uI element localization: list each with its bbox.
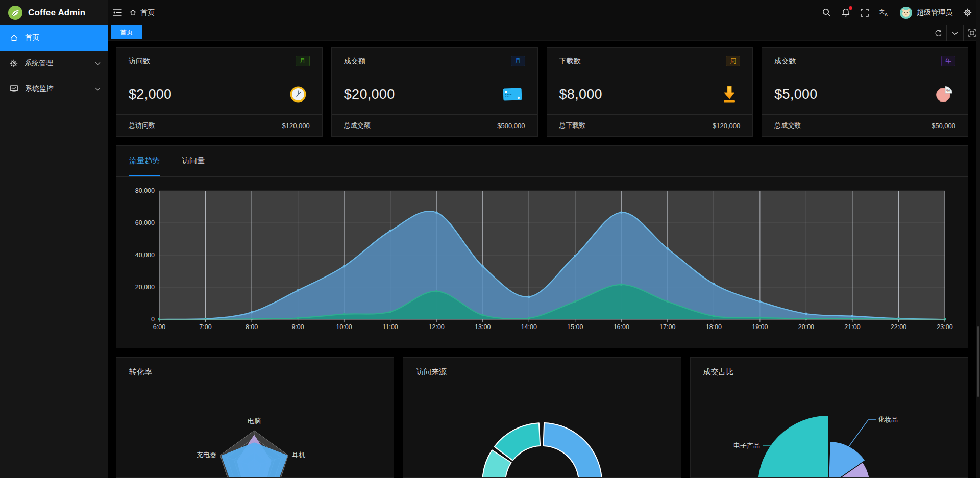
y-axis-labels: 020,00040,00060,00080,000: [135, 187, 155, 323]
svg-text:60,000: 60,000: [135, 219, 155, 227]
period-badge: 周: [726, 56, 740, 66]
deal-share-card: 成交占比 电子产品化妆品: [690, 357, 968, 478]
sidebar-item-label: 系统监控: [25, 84, 54, 93]
top-navbar: 首页 文 A: [108, 0, 980, 25]
user-name: 超级管理员: [917, 8, 952, 17]
scrollbar-thumb[interactable]: [977, 326, 979, 397]
svg-text:22:00: 22:00: [891, 323, 906, 331]
tags-view-bar: 首页: [108, 25, 980, 41]
radar-chart: 电脑耳机充电器: [116, 387, 394, 478]
stat-value: $8,000: [559, 87, 602, 103]
stat-card-visits: 访问数 月 $2,000 总访问数 $120,000: [116, 47, 323, 137]
svg-text:7:00: 7:00: [199, 323, 211, 331]
svg-text:23:00: 23:00: [937, 323, 952, 331]
menu-fold-icon[interactable]: [113, 9, 122, 16]
svg-text:18:00: 18:00: [706, 323, 722, 331]
avatar: [900, 7, 912, 19]
rose-pie-chart: 电子产品化妆品: [691, 387, 968, 478]
svg-text:10:00: 10:00: [336, 323, 352, 331]
settings-gear-icon[interactable]: [963, 8, 972, 17]
svg-text:17:00: 17:00: [659, 323, 675, 331]
home-icon: [129, 9, 137, 16]
svg-text:8:00: 8:00: [246, 323, 258, 331]
clock-icon: [289, 86, 307, 103]
notification-dot: [849, 6, 852, 10]
area-chart: 020,00040,00060,00080,0006:007:008:009:0…: [116, 146, 968, 348]
svg-text:80,000: 80,000: [135, 187, 155, 194]
donut-chart: [403, 387, 680, 478]
stat-footer-label: 总下载数: [559, 121, 586, 130]
card-title: 转化率: [116, 358, 394, 387]
period-badge: 月: [296, 56, 310, 66]
fullscreen-icon[interactable]: [861, 9, 869, 17]
monitor-icon: [10, 85, 18, 93]
svg-text:15:00: 15:00: [567, 323, 583, 331]
page-scrollbar[interactable]: [976, 0, 980, 478]
stat-footer-value: $50,000: [932, 122, 955, 130]
stat-card-deals: 成交数 年 $5,000 % 总成交数 $50,000: [762, 47, 968, 137]
stat-title: 访问数: [129, 57, 150, 66]
stat-card-downloads: 下载数 周 $8,000 总下载数 $120,000: [547, 47, 753, 137]
svg-text:12:00: 12:00: [429, 323, 445, 331]
stat-title: 成交数: [774, 57, 796, 66]
bottom-card-row: 转化率 电脑耳机充电器 访问来源 成交占比 电子产品化妆品: [116, 357, 968, 478]
svg-text:20:00: 20:00: [798, 323, 814, 331]
stat-value: $5,000: [774, 87, 817, 103]
svg-text:6:00: 6:00: [153, 323, 165, 331]
svg-text:13:00: 13:00: [475, 323, 491, 331]
svg-text:A: A: [885, 12, 888, 17]
svg-text:20,000: 20,000: [135, 284, 155, 291]
svg-text:电脑: 电脑: [248, 417, 261, 425]
stat-value: $2,000: [129, 87, 172, 103]
stat-footer-value: $120,000: [713, 122, 740, 130]
svg-text:19:00: 19:00: [752, 323, 768, 331]
stat-footer-label: 总成交数: [774, 121, 801, 130]
sidebar-item-system-admin[interactable]: 系统管理: [0, 51, 108, 76]
stat-card-turnover: 成交额 月 $20,000 总成交额 $500,000: [331, 47, 538, 137]
stat-footer-value: $500,000: [497, 122, 525, 130]
pie-chart-icon: %: [935, 86, 952, 103]
sidebar-item-home[interactable]: 首页: [0, 25, 108, 51]
visit-source-card: 访问来源: [403, 357, 681, 478]
stat-footer-label: 总访问数: [129, 121, 155, 130]
breadcrumb[interactable]: 首页: [129, 8, 155, 17]
main-content: 访问数 月 $2,000 总访问数 $120,000: [108, 41, 980, 478]
sidebar-item-label: 系统管理: [24, 59, 53, 68]
svg-text:充电器: 充电器: [197, 451, 216, 459]
translate-icon[interactable]: 文 A: [879, 8, 889, 17]
svg-text:21:00: 21:00: [844, 323, 860, 331]
bell-icon[interactable]: [842, 8, 850, 17]
svg-text:14:00: 14:00: [521, 323, 537, 331]
x-axis-ticks: [159, 319, 945, 322]
search-icon[interactable]: [822, 8, 831, 17]
donut-segments: [482, 423, 602, 478]
svg-text:16:00: 16:00: [614, 323, 629, 331]
sidebar-item-system-monitor[interactable]: 系统监控: [0, 76, 108, 102]
stat-card-row: 访问数 月 $2,000 总访问数 $120,000: [116, 47, 968, 137]
refresh-icon[interactable]: [929, 25, 946, 41]
stat-footer-label: 总成交额: [344, 121, 371, 130]
stat-title: 成交额: [344, 57, 365, 66]
chevron-down-icon[interactable]: [946, 25, 963, 41]
card-title: 成交占比: [691, 358, 968, 387]
x-axis-labels: 6:007:008:009:0010:0011:0012:0013:0014:0…: [153, 323, 953, 331]
conversion-rate-card: 转化率 电脑耳机充电器: [116, 357, 394, 478]
stat-footer-value: $120,000: [282, 122, 310, 130]
home-icon: [10, 34, 18, 42]
svg-text:0: 0: [151, 316, 155, 323]
svg-text:耳机: 耳机: [292, 451, 305, 459]
user-menu[interactable]: 超级管理员: [900, 7, 952, 19]
sidebar-item-label: 首页: [25, 33, 39, 42]
sidebar: Coffee Admin 首页 系统管理 系统监控: [0, 0, 108, 478]
svg-text:40,000: 40,000: [135, 251, 155, 259]
tab-home[interactable]: 首页: [111, 25, 142, 39]
gear-icon: [10, 59, 18, 67]
pie-slices: [757, 415, 870, 478]
stat-value: $20,000: [344, 87, 395, 103]
chevron-down-icon: [95, 87, 101, 91]
breadcrumb-label: 首页: [140, 8, 155, 17]
svg-text:文: 文: [879, 9, 885, 14]
download-icon: [722, 85, 737, 104]
leaf-logo-icon: [8, 5, 23, 20]
stat-title: 下载数: [559, 57, 581, 66]
